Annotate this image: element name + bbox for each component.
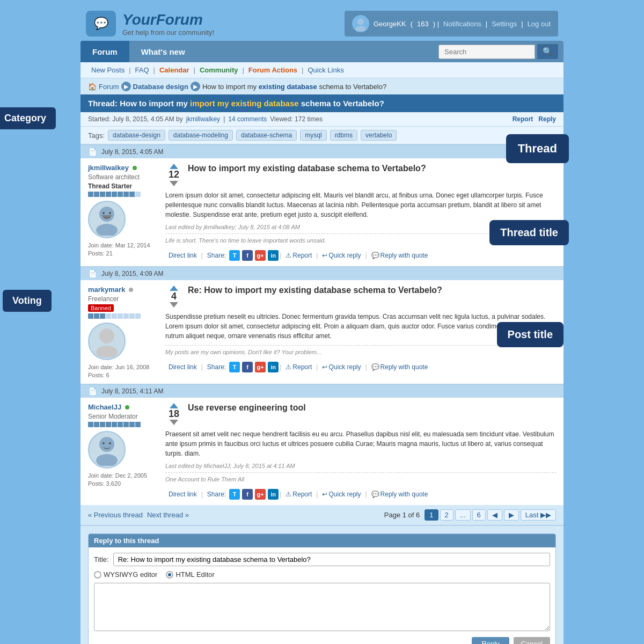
post-3-vote-up[interactable] xyxy=(170,403,178,408)
post-2-share-google[interactable]: g+ xyxy=(255,362,266,372)
subnav-forum-actions[interactable]: Forum Actions xyxy=(245,65,301,75)
post-3-vote-box: 18 xyxy=(165,403,182,426)
post-1-share-linkedin[interactable]: in xyxy=(268,250,279,261)
post-2-vote-down[interactable] xyxy=(170,302,178,308)
post-3-vote-count: 18 xyxy=(169,408,179,420)
subnav-faq[interactable]: FAQ xyxy=(132,65,152,75)
post-1-direct-link[interactable]: Direct link xyxy=(165,251,200,260)
tag-database-schema[interactable]: database-schema xyxy=(236,130,297,141)
home-icon: 🏠 xyxy=(88,83,97,91)
tag-database-modeling[interactable]: database-modeling xyxy=(169,130,233,141)
subnav-quick-links[interactable]: Quick Links xyxy=(305,65,347,75)
tab-forum[interactable]: Forum xyxy=(80,41,129,62)
post-3-share-linkedin[interactable]: in xyxy=(268,489,279,500)
breadcrumb-database-design[interactable]: Database design xyxy=(133,83,188,91)
thread-meta-right: Report Reply xyxy=(513,115,556,123)
annotation-post-title-right: Post title xyxy=(497,322,564,347)
search-input[interactable] xyxy=(438,45,535,59)
tag-vertabelo[interactable]: vertabelo xyxy=(361,130,397,141)
post-3-avatar xyxy=(88,431,126,469)
thread-header: Thread: How to import my import my exist… xyxy=(80,94,564,112)
post-3-quick-reply[interactable]: ↩Quick reply xyxy=(319,489,364,499)
post-2-share-linkedin[interactable]: in xyxy=(268,362,279,372)
post-2-vote-box: 4 xyxy=(165,286,182,308)
post-2-vote-title-row: 4 Re: How to import my existing database… xyxy=(165,286,556,308)
post-2-banned-badge: Banned xyxy=(88,304,114,312)
post-1-vote-title-row: 12 How to import my existing database sc… xyxy=(165,164,556,186)
page-btn-last[interactable]: Last ▶▶ xyxy=(521,509,556,521)
post-1-stars xyxy=(88,192,141,197)
next-thread-link[interactable]: Next thread » xyxy=(147,511,189,519)
post-3-author-name[interactable]: MichaelJJ xyxy=(88,403,121,411)
post-2-reply-with-quote[interactable]: 💬Reply with quote xyxy=(368,362,431,372)
post-1-author-name[interactable]: jkmillwalkey xyxy=(88,164,129,172)
thread-reply-link[interactable]: Reply xyxy=(538,115,556,123)
reply-title-label: Title: xyxy=(94,555,109,564)
thread-author-link[interactable]: jkmillwalkey xyxy=(186,115,220,123)
search-area: 🔍 xyxy=(433,41,564,62)
breadcrumb-forum[interactable]: Forum xyxy=(99,83,119,91)
logout-link[interactable]: Log out xyxy=(528,20,551,28)
post-doc-icon-3: 📄 xyxy=(88,387,97,396)
post-2-join-date: Join date: Jun 16, 2008 xyxy=(88,364,149,370)
reply-title-input[interactable] xyxy=(113,553,550,566)
wysiwyg-option[interactable]: WYSIWYG editor xyxy=(94,570,157,579)
post-3-share-twitter[interactable]: T xyxy=(229,489,240,500)
post-2-quick-reply[interactable]: ↩Quick reply xyxy=(319,362,364,372)
site-title: YourForum xyxy=(122,11,214,28)
post-2-offline-dot xyxy=(129,288,133,292)
post-2-share-facebook[interactable]: f xyxy=(242,362,253,372)
subnav-new-posts[interactable]: New Posts xyxy=(88,65,128,75)
page-btn-2[interactable]: 2 xyxy=(440,509,453,521)
post-doc-icon-1: 📄 xyxy=(88,148,97,156)
post-2-share-twitter[interactable]: T xyxy=(229,362,240,372)
tab-whats-new[interactable]: What's new xyxy=(129,41,197,62)
tag-rdbms[interactable]: rdbms xyxy=(330,130,357,141)
post-3-vote-down[interactable] xyxy=(170,420,178,425)
post-1-report[interactable]: ⚠Report xyxy=(282,251,315,260)
notifications-link[interactable]: Notifications xyxy=(443,20,481,28)
post-1-share-twitter[interactable]: T xyxy=(229,250,240,261)
post-3-share-facebook[interactable]: f xyxy=(242,489,253,500)
post-3-reply-with-quote[interactable]: 💬Reply with quote xyxy=(368,489,431,499)
reply-submit-button[interactable]: Reply xyxy=(472,637,509,644)
page-btn-6[interactable]: 6 xyxy=(472,509,486,521)
cancel-button[interactable]: Cancel xyxy=(514,637,550,644)
post-3-direct-link[interactable]: Direct link xyxy=(165,489,200,499)
thread-report-link[interactable]: Report xyxy=(513,115,533,123)
search-button[interactable]: 🔍 xyxy=(537,44,558,59)
html-editor-option[interactable]: HTML Editor xyxy=(166,570,214,579)
post-1-vote-up[interactable] xyxy=(170,164,178,169)
settings-link[interactable]: Settings xyxy=(492,20,517,28)
post-1-vote-down[interactable] xyxy=(170,181,178,186)
site-tagline: Get help from our community! xyxy=(122,28,214,36)
html-radio[interactable] xyxy=(166,571,173,579)
subnav-community[interactable]: Community xyxy=(196,65,241,75)
page-btn-next[interactable]: ▶ xyxy=(504,509,519,521)
thread-comments-link[interactable]: 14 comments xyxy=(228,115,267,123)
post-2-report[interactable]: ⚠Report xyxy=(282,362,315,372)
post-2-direct-link[interactable]: Direct link xyxy=(165,362,200,372)
pagination-row: « Previous thread Next thread » Page 1 o… xyxy=(80,505,564,525)
post-1-share-facebook[interactable]: f xyxy=(242,250,253,261)
post-2-author-name[interactable]: markymark xyxy=(88,286,125,294)
subnav-calendar[interactable]: Calendar xyxy=(156,65,193,75)
reply-textarea[interactable] xyxy=(94,583,550,631)
post-2-vote-up[interactable] xyxy=(170,286,178,291)
svg-point-10 xyxy=(103,442,105,444)
page-btn-1[interactable]: 1 xyxy=(425,509,438,521)
post-1-quick-reply[interactable]: ↩Quick reply xyxy=(319,251,364,260)
post-1-reply-with-quote[interactable]: 💬Reply with quote xyxy=(368,251,431,260)
tag-mysql[interactable]: mysql xyxy=(300,130,326,141)
post-3-signature: One Account to Rule Them All xyxy=(165,476,556,482)
logo-area: 💬 YourForum Get help from our community! xyxy=(86,11,214,36)
wysiwyg-radio[interactable] xyxy=(94,571,101,579)
tag-database-design[interactable]: database-design xyxy=(108,130,165,141)
post-3-share-google[interactable]: g+ xyxy=(255,489,266,500)
post-3-stars xyxy=(88,422,141,427)
page-btn-prev[interactable]: ◀ xyxy=(487,509,502,521)
post-1-share-google[interactable]: g+ xyxy=(255,250,266,261)
prev-thread-link[interactable]: « Previous thread xyxy=(88,511,143,519)
thread-highlight-1: import my xyxy=(190,99,229,108)
post-3-report[interactable]: ⚠Report xyxy=(282,489,315,499)
